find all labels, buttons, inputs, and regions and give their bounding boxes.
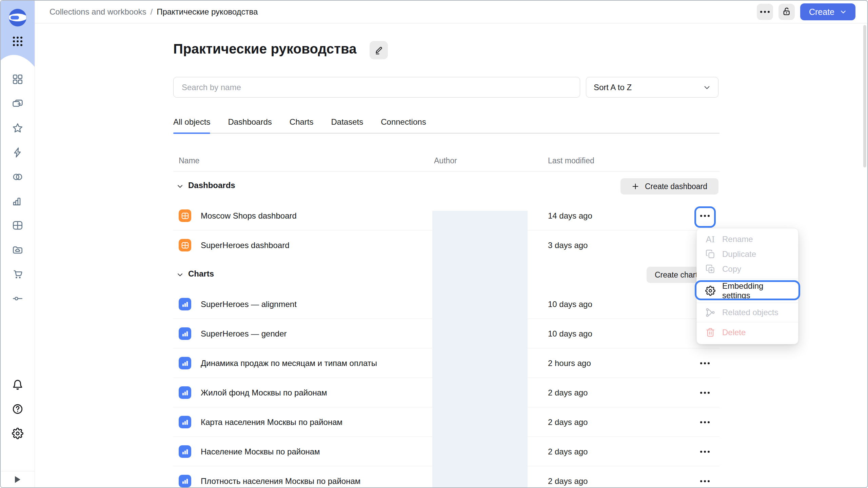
- section-label: Charts: [188, 269, 214, 279]
- row-actions-button[interactable]: [695, 201, 714, 230]
- chart-icon: [179, 386, 191, 399]
- chart-icon: [179, 445, 191, 458]
- row-name[interactable]: SuperHeroes — gender: [201, 319, 287, 348]
- linked-circles-icon[interactable]: [12, 171, 23, 183]
- row-actions-button[interactable]: [695, 407, 714, 437]
- menu-item-delete[interactable]: Delete: [697, 325, 798, 340]
- tab-charts[interactable]: Charts: [290, 114, 314, 133]
- tab-all-objects[interactable]: All objects: [173, 114, 210, 133]
- plus-icon: [632, 183, 639, 190]
- context-menu: AI Rename Duplicate: [696, 228, 798, 344]
- chevron-down-icon: [703, 84, 711, 91]
- row-name[interactable]: Плотность населения Москвы по районам: [201, 466, 360, 488]
- tab-connections[interactable]: Connections: [381, 114, 426, 133]
- related-objects-icon: [705, 307, 715, 318]
- menu-divider: [697, 303, 798, 303]
- section-header: Dashboards Create dashboard: [173, 171, 719, 201]
- datalens-logo-icon[interactable]: [9, 9, 26, 26]
- column-author: Author: [434, 156, 457, 165]
- row-actions-button[interactable]: [695, 348, 714, 378]
- chart-icon: [179, 357, 191, 369]
- lightning-icon[interactable]: [12, 147, 23, 158]
- row-name[interactable]: Moscow Shops dashboard: [201, 201, 297, 230]
- row-name[interactable]: Жилой фонд Москвы по районам: [201, 378, 327, 407]
- star-icon[interactable]: [12, 122, 23, 134]
- ellipsis-icon: [700, 392, 710, 394]
- folder-cloud-icon[interactable]: [12, 244, 23, 256]
- dashboard-icon: [179, 239, 191, 251]
- menu-item-label: Copy: [722, 264, 741, 274]
- menu-item-rename[interactable]: AI Rename: [697, 232, 798, 247]
- chevron-down-icon[interactable]: [176, 182, 184, 190]
- collections-folders-icon[interactable]: [12, 98, 23, 109]
- chevron-down-icon: [840, 8, 847, 15]
- menu-divider: [697, 279, 798, 279]
- dashboard-grid-icon[interactable]: [12, 220, 23, 231]
- tabs: All objectsDashboardsChartsDatasetsConne…: [173, 114, 719, 134]
- ellipsis-icon: [700, 480, 710, 482]
- row-last-modified: 10 days ago: [548, 319, 592, 348]
- bar-chart-icon[interactable]: [12, 196, 23, 207]
- row-name[interactable]: Динамика продаж по месяцам и типам оплат…: [201, 348, 377, 378]
- help-icon[interactable]: [12, 403, 23, 415]
- access-button[interactable]: [778, 4, 795, 20]
- sort-select[interactable]: Sort A to Z: [586, 77, 718, 98]
- section-action-label: Create dashboard: [645, 182, 707, 191]
- edit-title-button[interactable]: [370, 41, 388, 59]
- breadcrumb-collections[interactable]: Collections and workbooks: [50, 7, 146, 17]
- row-last-modified: 2 days ago: [548, 407, 588, 437]
- column-last-modified: Last modified: [548, 156, 594, 165]
- expand-arrow-icon[interactable]: [15, 476, 20, 483]
- section-create-button[interactable]: Create dashboard: [620, 178, 718, 195]
- pencil-icon: [374, 45, 383, 55]
- trash-icon: [705, 327, 715, 338]
- chevron-down-icon[interactable]: [176, 271, 184, 279]
- row-name[interactable]: Карта населения Москвы по районам: [201, 407, 342, 437]
- ellipsis-icon: [700, 421, 710, 423]
- ellipsis-icon: [700, 451, 710, 453]
- create-button-label: Create: [809, 7, 834, 17]
- row-actions-button[interactable]: [695, 378, 714, 407]
- author-column-redaction: [432, 211, 528, 488]
- tab-datasets[interactable]: Datasets: [331, 114, 363, 133]
- menu-item-label: Related objects: [722, 308, 778, 317]
- column-name: Name: [179, 156, 199, 165]
- row-name[interactable]: SuperHeroes dashboard: [201, 230, 290, 260]
- gear-icon: [705, 286, 715, 296]
- chart-icon: [179, 327, 191, 340]
- row-name[interactable]: Население Москвы по районам: [201, 437, 320, 466]
- apps-grid-icon[interactable]: [13, 36, 23, 46]
- menu-divider: [697, 322, 798, 322]
- app-window: Collections and workbooks / Практические…: [0, 0, 868, 488]
- search-input[interactable]: [173, 77, 580, 98]
- slider-icon[interactable]: [12, 293, 23, 304]
- menu-item-label: Rename: [722, 235, 753, 244]
- menu-item-duplicate[interactable]: Duplicate: [697, 247, 798, 262]
- copy-icon: [705, 264, 715, 274]
- row-actions-button[interactable]: [695, 437, 714, 466]
- cart-icon[interactable]: [12, 268, 23, 280]
- page-title: Практические руководства: [173, 41, 357, 57]
- more-actions-button[interactable]: [757, 4, 773, 20]
- table-column-header: Name Author Last modified: [173, 149, 719, 171]
- menu-item-label: Duplicate: [722, 249, 756, 259]
- row-name[interactable]: SuperHeroes — alignment: [201, 289, 297, 319]
- menu-item-related[interactable]: Related objects: [697, 305, 798, 320]
- scrollbar-thumb[interactable]: [863, 25, 866, 167]
- gear-icon[interactable]: [12, 428, 23, 439]
- bell-icon[interactable]: [12, 379, 23, 390]
- tab-dashboards[interactable]: Dashboards: [228, 114, 272, 133]
- grid-squares-icon[interactable]: [12, 74, 23, 85]
- row-actions-button[interactable]: [695, 466, 714, 488]
- tab-label: Connections: [381, 117, 426, 127]
- breadcrumb: Collections and workbooks / Практические…: [50, 7, 258, 17]
- topbar-actions: Create: [757, 3, 855, 20]
- ellipsis-icon: [700, 215, 710, 217]
- menu-item-label: Embedding settings: [722, 281, 790, 300]
- row-last-modified: 10 days ago: [548, 289, 592, 319]
- create-button[interactable]: Create: [800, 3, 855, 20]
- row-last-modified: 2 days ago: [548, 378, 588, 407]
- menu-item-copy[interactable]: Copy: [697, 262, 798, 277]
- unlock-icon: [782, 7, 791, 17]
- menu-item-embedding[interactable]: Embedding settings: [697, 281, 798, 301]
